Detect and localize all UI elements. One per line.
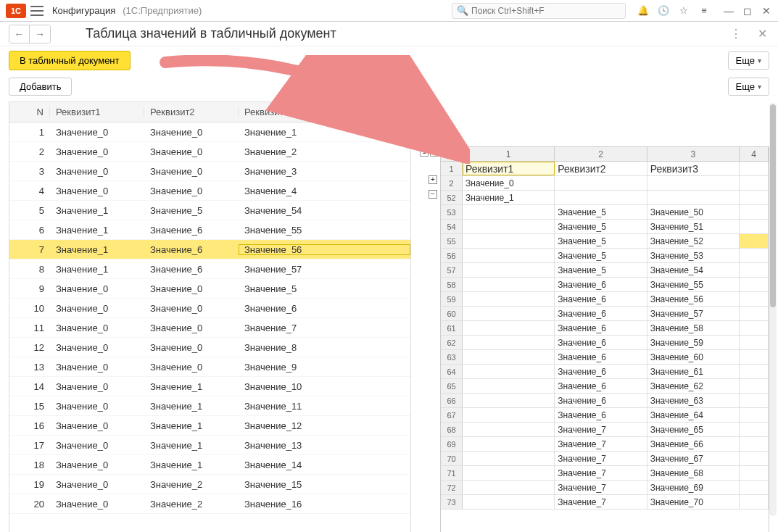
sheet-cell[interactable]: Значение_53 xyxy=(647,249,740,262)
sheet-cell[interactable] xyxy=(740,408,769,422)
sheet-rowh[interactable]: 66 xyxy=(441,394,463,407)
outline-level-1[interactable]: 1 xyxy=(420,146,429,157)
sheet-rowh[interactable]: 57 xyxy=(441,263,463,277)
filter-icon[interactable]: ≡ xyxy=(698,5,710,17)
sheet-rowh[interactable]: 53 xyxy=(441,205,463,219)
sheet-cell[interactable] xyxy=(740,307,769,320)
sheet-rowh[interactable]: 68 xyxy=(441,423,463,436)
spreadsheet[interactable]: 1 2 3 4 1 Реквизит1 Реквизит2 Реквизит3 … xyxy=(440,146,769,532)
sheet-cell[interactable] xyxy=(740,466,769,480)
sheet-cell[interactable]: Значение_65 xyxy=(647,423,740,436)
table-row[interactable]: 5Значение_1Значение_5Значение_54 xyxy=(9,201,410,220)
sheet-rowh[interactable]: 55 xyxy=(441,234,463,248)
sheet-row[interactable]: 71Значение_7Значение_68 xyxy=(441,466,769,481)
sheet-row[interactable]: 70Значение_7Значение_67 xyxy=(441,452,769,466)
sheet-cell[interactable] xyxy=(463,307,555,320)
sheet-cell[interactable] xyxy=(740,249,769,262)
sheet-cell[interactable]: Значение_6 xyxy=(555,278,647,291)
outline-collapse-icon[interactable]: − xyxy=(429,190,437,199)
sheet-cell[interactable] xyxy=(463,336,555,349)
sheet-cell[interactable] xyxy=(740,205,769,219)
history-icon[interactable]: 🕓 xyxy=(658,5,669,17)
sheet-cell[interactable] xyxy=(463,249,555,262)
add-button[interactable]: Добавить xyxy=(9,78,72,96)
sheet-cell[interactable] xyxy=(740,292,769,306)
sheet-cell[interactable]: Значение_56 xyxy=(647,292,740,306)
sheet-cell[interactable] xyxy=(463,365,555,378)
sheet-cell[interactable] xyxy=(463,466,555,480)
sheet-cell[interactable] xyxy=(463,408,555,422)
search-input[interactable] xyxy=(471,6,621,16)
sheet-cell[interactable]: Значение_6 xyxy=(555,394,647,407)
table-row[interactable]: 19Значение_0Значение_2Значение_15 xyxy=(9,475,410,494)
sheet-rowh[interactable]: 56 xyxy=(441,249,463,262)
search-box[interactable]: 🔍 xyxy=(452,3,626,19)
sheet-colh-3[interactable]: 3 xyxy=(647,147,740,161)
nav-forward-button[interactable]: → xyxy=(30,25,50,43)
sheet-rowh[interactable]: 2 xyxy=(441,176,463,190)
table-row[interactable]: 7Значение_1Значение_6Значение_56 xyxy=(9,240,410,259)
close-tab-icon[interactable]: ✕ xyxy=(755,27,769,41)
sheet-row[interactable]: 72Значение_7Значение_69 xyxy=(441,481,769,495)
sheet-cell[interactable]: Значение_5 xyxy=(555,263,647,277)
table-row[interactable]: 2Значение_0Значение_0Значение_2 xyxy=(9,142,410,162)
sheet-cell[interactable]: Значение_57 xyxy=(647,307,740,320)
table-row[interactable]: 17Значение_0Значение_1Значение_13 xyxy=(9,436,410,455)
sheet-cell[interactable] xyxy=(740,394,769,407)
sheet-cell[interactable] xyxy=(647,191,740,204)
sheet-cell[interactable] xyxy=(463,452,555,465)
sheet-cell[interactable] xyxy=(463,263,555,277)
col-r3[interactable]: Реквизит3 xyxy=(239,107,410,117)
table-row[interactable]: 13Значение_0Значение_0Значение_9 xyxy=(9,357,410,377)
sheet-cell[interactable]: Значение_5 xyxy=(555,205,647,219)
table-row[interactable]: 10Значение_0Значение_0Значение_6 xyxy=(9,299,410,318)
table-row[interactable]: 18Значение_0Значение_1Значение_14 xyxy=(9,455,410,475)
table-body[interactable]: 1Значение_0Значение_0Значение_12Значение… xyxy=(9,122,410,532)
sheet-label-row[interactable]: 1 Реквизит1 Реквизит2 Реквизит3 xyxy=(441,162,769,176)
outline-expand-icon[interactable]: + xyxy=(429,175,437,184)
sheet-cell[interactable] xyxy=(740,481,769,494)
sheet-cell[interactable] xyxy=(463,481,555,494)
star-icon[interactable]: ☆ xyxy=(678,5,690,17)
sheet-cell[interactable] xyxy=(740,423,769,436)
sheet-rowh[interactable]: 62 xyxy=(441,336,463,349)
sheet-rowh[interactable]: 63 xyxy=(441,350,463,364)
sheet-cell[interactable]: Значение_6 xyxy=(555,379,647,393)
sheet-cell[interactable] xyxy=(740,176,769,190)
sheet-row[interactable]: 61Значение_6Значение_58 xyxy=(441,321,769,336)
sheet-cell[interactable]: Значение_69 xyxy=(647,481,740,494)
sheet-cell[interactable] xyxy=(463,394,555,407)
sheet-cell[interactable] xyxy=(463,205,555,219)
sheet-colh-2[interactable]: 2 xyxy=(555,147,647,161)
sheet-cell[interactable] xyxy=(740,263,769,277)
table-row[interactable]: 6Значение_1Значение_6Значение_55 xyxy=(9,220,410,240)
kebab-icon[interactable]: ⋮ xyxy=(729,27,743,41)
sheet-cell[interactable] xyxy=(740,162,769,175)
sheet-cell[interactable]: Значение_7 xyxy=(555,437,647,451)
sheet-cell[interactable] xyxy=(463,350,555,364)
sheet-cell[interactable]: Значение_66 xyxy=(647,437,740,451)
sheet-rowh[interactable]: 52 xyxy=(441,191,463,204)
sheet-rowh[interactable]: 72 xyxy=(441,481,463,494)
sheet-row[interactable]: 52Значение_1 xyxy=(441,191,769,205)
sheet-cell[interactable]: Значение_7 xyxy=(555,452,647,465)
sheet-row[interactable]: 53Значение_5Значение_50 xyxy=(441,205,769,220)
outline-level-2[interactable]: 2 xyxy=(430,146,439,157)
sheet-cell[interactable]: Значение_5 xyxy=(555,220,647,233)
sheet-cell[interactable] xyxy=(463,437,555,451)
sheet-cell[interactable]: Значение_0 xyxy=(463,176,555,190)
maximize-icon[interactable]: ◻ xyxy=(742,5,753,17)
table-row[interactable]: 14Значение_0Значение_1Значение_10 xyxy=(9,377,410,396)
sheet-cell[interactable] xyxy=(740,321,769,335)
sheet-cell[interactable]: Значение_51 xyxy=(647,220,740,233)
sheet-cell[interactable]: Значение_6 xyxy=(555,321,647,335)
sheet-row[interactable]: 55Значение_5Значение_52 xyxy=(441,234,769,249)
sheet-rowh[interactable]: 61 xyxy=(441,321,463,335)
sheet-cell[interactable]: Значение_62 xyxy=(647,379,740,393)
sheet-cell[interactable]: Реквизит1 xyxy=(463,162,555,175)
sheet-cell[interactable] xyxy=(463,278,555,291)
sheet-colh-1[interactable]: 1 xyxy=(463,147,555,161)
sheet-cell[interactable] xyxy=(647,176,740,190)
sheet-row[interactable]: 2Значение_0 xyxy=(441,176,769,191)
sheet-cell[interactable] xyxy=(740,220,769,233)
